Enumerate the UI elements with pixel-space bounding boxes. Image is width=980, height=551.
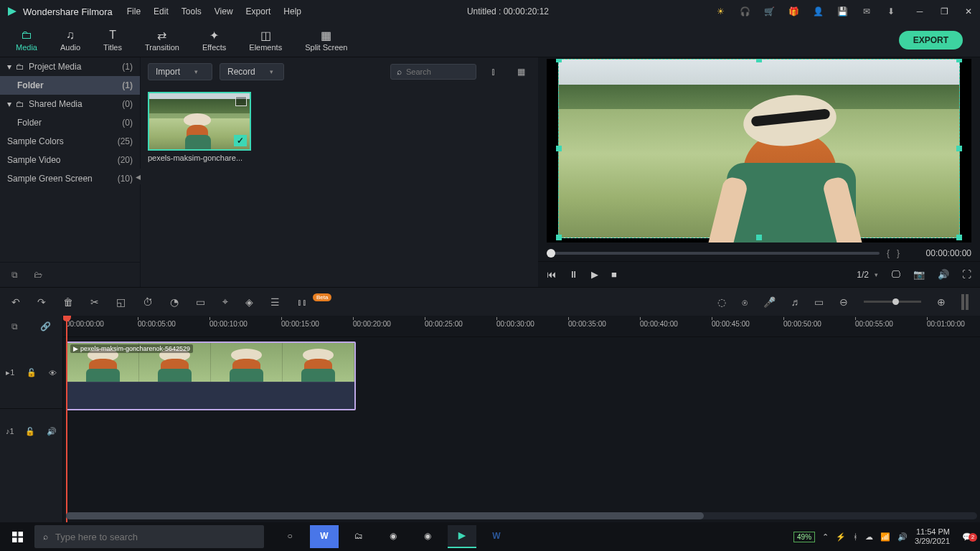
headphones-icon[interactable]: 🎧 — [739, 6, 750, 17]
adjust-button[interactable]: ☰ — [270, 296, 280, 308]
chrome-icon-2[interactable]: ◉ — [413, 525, 442, 548]
speed-button[interactable]: ⏱ — [143, 296, 153, 308]
snapshot-icon[interactable]: 📷 — [913, 269, 925, 280]
scrub-track[interactable] — [547, 252, 880, 255]
sound-tray-icon[interactable]: 🔊 — [897, 532, 908, 542]
record-stop-button[interactable]: ■ — [611, 269, 617, 280]
audio-track-header[interactable]: ♪1 🔓 🔊 — [0, 409, 62, 453]
menu-export[interactable]: Export — [246, 6, 271, 17]
menu-view[interactable]: View — [215, 6, 233, 17]
green-screen-button[interactable]: ▭ — [196, 296, 205, 308]
taskbar-search-input[interactable] — [55, 532, 255, 542]
wifi-icon[interactable]: 📶 — [880, 532, 890, 542]
maximize-button[interactable]: ❐ — [938, 6, 950, 17]
close-button[interactable]: ✕ — [963, 6, 974, 17]
scrub-handle[interactable] — [547, 249, 555, 258]
sidebar-sample-colors[interactable]: Sample Colors (25) — [0, 132, 140, 151]
export-button[interactable]: EXPORT — [899, 31, 963, 50]
render-button[interactable]: ◌ — [717, 296, 726, 308]
mute-icon[interactable]: 🔊 — [47, 427, 57, 436]
tab-split-screen[interactable]: ▦Split Screen — [293, 26, 359, 55]
tab-media[interactable]: 🗀Media — [4, 26, 49, 55]
filmora-taskbar-icon[interactable] — [448, 525, 476, 548]
preview-zoom-dropdown[interactable]: 1/2▾ — [857, 270, 878, 280]
audio-mixer-button[interactable]: ♬ — [791, 296, 799, 308]
new-folder-icon[interactable]: ⧉ — [11, 270, 18, 280]
sidebar-folder[interactable]: Folder (0) — [0, 113, 140, 132]
cloud-icon[interactable]: ☁ — [865, 532, 873, 542]
timeline-body[interactable]: 00:00:00:00 00:00:05:00 00:00:10:00 00:0… — [63, 316, 980, 522]
lock-icon[interactable]: 🔓 — [25, 427, 35, 436]
sidebar-sample-green-screen[interactable]: Sample Green Screen (10) — [0, 169, 140, 188]
menu-file[interactable]: File — [127, 6, 141, 17]
color-button[interactable]: ◔ — [170, 296, 179, 308]
video-clip[interactable]: ▶ pexels-maksim-goncharenok-5642529 — [66, 342, 356, 410]
volume-icon[interactable]: 🔊 — [938, 269, 949, 280]
zoom-slider[interactable] — [864, 301, 921, 303]
crop-button[interactable]: ◱ — [116, 296, 126, 308]
redo-button[interactable]: ↷ — [37, 296, 46, 308]
media-item[interactable]: ✓ pexels-maksim-gonchare... — [148, 92, 251, 162]
minimize-button[interactable]: ─ — [914, 6, 925, 17]
split-button[interactable]: ✂ — [90, 296, 99, 308]
tab-transition[interactable]: ⇄Transition — [133, 26, 191, 55]
video-track-header[interactable]: ▸1 🔓 👁 — [0, 337, 62, 409]
display-icon[interactable]: 🖵 — [891, 269, 900, 280]
voiceover-button[interactable]: 🎤 — [763, 296, 776, 308]
battery-indicator[interactable]: 49% — [793, 532, 815, 542]
time-ruler[interactable]: 00:00:00:00 00:00:05:00 00:00:10:00 00:0… — [63, 316, 980, 337]
tab-elements[interactable]: ◫Elements — [237, 26, 293, 55]
link-toggle-icon[interactable]: 🔗 — [40, 321, 51, 331]
chrome-icon[interactable]: ◉ — [379, 525, 407, 548]
media-thumbnail[interactable]: ✓ — [148, 92, 251, 151]
zoom-in-button[interactable]: ⊕ — [937, 296, 946, 308]
menu-tools[interactable]: Tools — [182, 6, 202, 17]
cart-icon[interactable]: 🛒 — [763, 6, 775, 17]
tab-effects[interactable]: ✦Effects — [191, 26, 237, 55]
sidebar-project-media[interactable]: ▾ 🗀 Project Media (1) — [0, 57, 140, 76]
audio-waveform-button[interactable]: ⫾⫾ — [297, 296, 307, 308]
cortana-icon[interactable]: ○ — [275, 525, 304, 548]
wps-icon[interactable]: W — [310, 525, 339, 548]
chevron-up-icon[interactable]: ⌃ — [822, 532, 829, 542]
delete-button[interactable]: 🗑 — [63, 296, 73, 308]
folder-open-icon[interactable]: 🗁 — [34, 270, 42, 280]
timeline-view-toggle[interactable] — [961, 294, 969, 310]
play-button[interactable]: ▶ — [591, 269, 598, 280]
fullscreen-icon[interactable]: ⛶ — [962, 269, 971, 280]
save-icon[interactable]: 💾 — [837, 6, 848, 17]
timeline-scrollbar[interactable] — [66, 512, 977, 519]
marker-button[interactable]: ⍟ — [742, 296, 748, 308]
grid-view-icon[interactable]: ▦ — [511, 67, 531, 77]
track-area[interactable]: ▶ pexels-maksim-goncharenok-5642529 — [63, 337, 980, 517]
gift-icon[interactable]: 🎁 — [788, 6, 799, 17]
sidebar-shared-media[interactable]: ▾ 🗀 Shared Media (0) — [0, 95, 140, 113]
sidebar-folder-selected[interactable]: Folder (1) — [0, 76, 140, 95]
motion-track-button[interactable]: ⌖ — [222, 296, 228, 308]
keyframe-button[interactable]: ◈ — [245, 296, 253, 308]
tab-titles[interactable]: TTitles — [92, 26, 133, 55]
bluetooth-icon[interactable]: ᚼ — [853, 532, 858, 541]
mark-in-icon[interactable]: { — [887, 248, 890, 258]
start-button[interactable] — [3, 525, 32, 548]
word-icon[interactable]: W — [482, 525, 511, 548]
undo-button[interactable]: ↶ — [11, 296, 20, 308]
visibility-icon[interactable]: 👁 — [49, 369, 57, 377]
sun-icon[interactable]: ☀ — [715, 6, 726, 17]
preview-canvas[interactable] — [547, 59, 971, 242]
download-icon[interactable]: ⬇ — [885, 6, 897, 17]
menu-edit[interactable]: Edit — [154, 6, 169, 17]
record-dropdown[interactable]: Record▾ — [220, 63, 284, 80]
import-dropdown[interactable]: Import▾ — [148, 63, 212, 80]
power-icon[interactable]: ⚡ — [836, 532, 846, 542]
taskbar-search[interactable]: ⌕ — [34, 525, 264, 548]
sidebar-sample-video[interactable]: Sample Video (20) — [0, 151, 140, 169]
search-input[interactable] — [406, 67, 463, 76]
filter-icon[interactable]: ⫿ — [484, 67, 504, 77]
lock-icon[interactable]: 🔓 — [27, 368, 37, 377]
mark-out-icon[interactable]: } — [897, 248, 900, 258]
tab-audio[interactable]: ♫Audio — [49, 26, 92, 55]
clock[interactable]: 11:54 PM 3/29/2021 — [915, 527, 950, 546]
mail-icon[interactable]: ✉ — [861, 6, 872, 17]
playhead[interactable] — [66, 316, 67, 522]
